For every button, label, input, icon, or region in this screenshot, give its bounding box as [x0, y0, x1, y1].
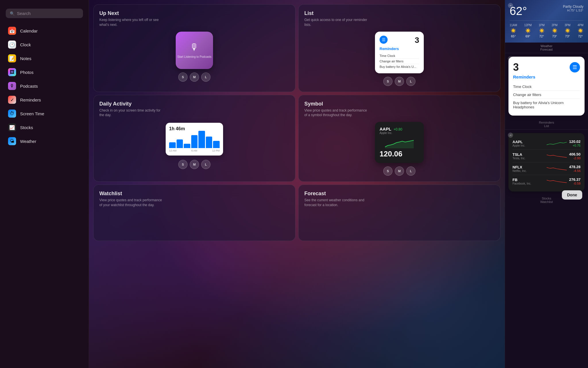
right-weather-section: − 62° Partly Cloudy H:75° L:53° 11AM ☀️ … — [505, 0, 588, 53]
widget-up-next-subtitle: Keep listening where you left off or see… — [99, 18, 163, 27]
right-rem-caption: Reminders List — [505, 119, 588, 130]
widget-forecast[interactable]: Forecast See the current weather conditi… — [298, 185, 500, 241]
widgets-row-1: Up Next Keep listening where you left of… — [93, 4, 500, 92]
forecast-time: 1PM — [539, 24, 545, 27]
size-btn-l[interactable]: L — [201, 72, 210, 82]
widget-symbol-subtitle: View price quotes and track performance … — [304, 108, 368, 118]
reminder-items-preview: Time ClockChange air filtersBuy battery … — [380, 53, 419, 69]
forecast-item: 11AM ☀️ 65° — [510, 24, 517, 38]
activity-time-label: 12 PM — [212, 149, 220, 152]
widget-list[interactable]: List Get quick access to one of your rem… — [298, 4, 500, 92]
podcasts-icon: 🎙 — [190, 42, 199, 53]
right-rem-item: Change air filters — [513, 91, 580, 99]
podcasts-label: Podcasts — [20, 84, 38, 89]
symbol-widget-preview: AAPL +0.80 Apple Inc. 120.06 — [375, 122, 424, 163]
symbol-header-row: AAPL +0.80 — [380, 126, 419, 131]
stock-price-fb: 276.37 — [569, 177, 581, 182]
stock-change-aapl: +0.75 — [569, 144, 581, 147]
size-btn-l[interactable]: L — [201, 160, 210, 169]
symbol-change: +0.80 — [394, 127, 402, 131]
symbol-price: 120.06 — [380, 150, 419, 158]
forecast-item: 12PM ☀️ 69° — [524, 24, 532, 38]
weather-caption-subtitle: Forecast — [540, 48, 553, 51]
stock-company-tsla: Tesla, Inc. — [512, 157, 544, 160]
weather-forecast-row: 11AM ☀️ 65° 12PM ☀️ 69° 1PM ☀️ 72° 2PM ☀… — [510, 20, 583, 38]
forecast-icon: ☀️ — [565, 28, 570, 33]
stock-info: NFLX Netflix, Inc. — [512, 165, 544, 172]
done-button[interactable]: Done — [562, 190, 582, 200]
right-weather-widget: 62° Partly Cloudy H:75° L:53° 11AM ☀️ 65… — [505, 0, 588, 43]
search-box[interactable]: 🔍 — [6, 9, 83, 18]
stock-company-nflx: Netflix, Inc. — [512, 169, 544, 172]
size-btn-l[interactable]: L — [406, 166, 415, 176]
stocks-caption-title: Stocks — [542, 197, 551, 200]
reminder-preview-item: Change air filters — [380, 59, 419, 64]
size-btn-m[interactable]: M — [395, 166, 404, 176]
size-selector-up-next: SML — [99, 72, 289, 82]
size-btn-m[interactable]: M — [395, 77, 404, 86]
stock-ticker-fb: FB — [512, 178, 544, 182]
size-btn-s[interactable]: S — [178, 160, 187, 169]
widget-watchlist-title: Watchlist — [99, 191, 289, 197]
widgets-area: Up Next Keep listening where you left of… — [89, 0, 505, 368]
widget-list-subtitle: Get quick access to one of your reminder… — [304, 18, 368, 27]
widget-symbol-title: Symbol — [304, 101, 494, 107]
widget-watchlist-subtitle: View price quotes and track performance … — [99, 198, 163, 208]
podcasts-icon: 🎙 — [8, 82, 16, 90]
sidebar-item-calendar[interactable]: 📅 Calendar — [2, 24, 86, 38]
widget-up-next-title: Up Next — [99, 10, 289, 16]
forecast-time: 4PM — [577, 24, 583, 27]
sidebar-item-notes[interactable]: 📝 Notes — [2, 51, 86, 65]
sidebar-item-stocks[interactable]: 📈 Stocks — [2, 120, 86, 134]
sidebar-item-weather[interactable]: 🌤 Weather — [2, 134, 86, 148]
stock-price-tsla: 406.50 — [569, 152, 581, 156]
size-btn-m[interactable]: M — [190, 160, 199, 169]
reminders-collapse-btn[interactable]: − — [508, 56, 513, 61]
sidebar-item-clock[interactable]: 🕐 Clock — [2, 38, 86, 51]
forecast-temp: 69° — [525, 34, 530, 38]
stocks-label: Stocks — [20, 125, 33, 130]
widget-list-preview: ☰ 3 Reminders Time ClockChange air filte… — [304, 32, 494, 73]
stock-price-info-nflx: 478.28 -4.56 — [569, 165, 581, 172]
sidebar-item-reminders[interactable]: ✓ Reminders — [2, 93, 86, 107]
stock-price-info-fb: 276.37 -0.58 — [569, 177, 581, 185]
stock-chart-nflx — [547, 165, 567, 172]
search-icon: 🔍 — [10, 11, 15, 16]
stocks-collapse-btn[interactable]: − — [508, 133, 513, 138]
right-rem-label: Reminders — [513, 74, 580, 79]
weather-low: L:53° — [576, 9, 583, 12]
sidebar: 🔍 📅 Calendar 🕐 Clock 📝 Notes 🖼 Photos 🎙 … — [0, 0, 89, 368]
search-input[interactable] — [17, 11, 79, 16]
size-btn-m[interactable]: M — [190, 72, 199, 82]
widget-daily-activity[interactable]: Daily Activity Check in on your screen t… — [93, 95, 295, 182]
forecast-temp: 72° — [539, 34, 544, 38]
size-btn-l[interactable]: L — [406, 77, 415, 86]
sidebar-item-screentime[interactable]: ⏱ Screen Time — [2, 107, 86, 120]
stock-chart-tsla — [547, 153, 567, 160]
forecast-item: 2PM ☀️ 73° — [552, 24, 558, 38]
stock-price-info-aapl: 120.02 +0.75 — [569, 139, 581, 147]
widget-watchlist[interactable]: Watchlist View price quotes and track pe… — [93, 185, 295, 241]
widget-daily-activity-subtitle: Check in on your screen time activity fo… — [99, 108, 163, 118]
weather-collapse-btn[interactable]: − — [508, 3, 513, 8]
right-rem-header: 3 ☰ — [513, 61, 580, 73]
size-btn-s[interactable]: S — [178, 72, 187, 82]
rem-caption-title: Reminders — [539, 121, 554, 124]
sidebar-item-podcasts[interactable]: 🎙 Podcasts — [2, 79, 86, 93]
stock-ticker-aapl: AAPL — [512, 140, 544, 144]
stock-row: TSLA Tesla, Inc. 406.50 -2.00 — [512, 150, 581, 162]
right-rem-icon: ☰ — [570, 62, 580, 72]
sidebar-item-photos[interactable]: 🖼 Photos — [2, 65, 86, 79]
notes-label: Notes — [20, 56, 31, 61]
stock-row: NFLX Netflix, Inc. 478.28 -4.56 — [512, 162, 581, 175]
widget-up-next[interactable]: Up Next Keep listening where you left of… — [93, 4, 295, 92]
screentime-label: Screen Time — [20, 111, 44, 116]
size-btn-s[interactable]: S — [383, 166, 392, 176]
size-btn-s[interactable]: S — [383, 77, 392, 86]
size-selector-symbol: SML — [304, 166, 494, 176]
forecast-item: 1PM ☀️ 72° — [539, 24, 545, 38]
symbol-ticker: AAPL — [380, 126, 391, 131]
widget-symbol[interactable]: Symbol View price quotes and track perfo… — [298, 95, 500, 182]
forecast-icon: ☀️ — [552, 28, 558, 33]
forecast-time: 3PM — [564, 24, 570, 27]
